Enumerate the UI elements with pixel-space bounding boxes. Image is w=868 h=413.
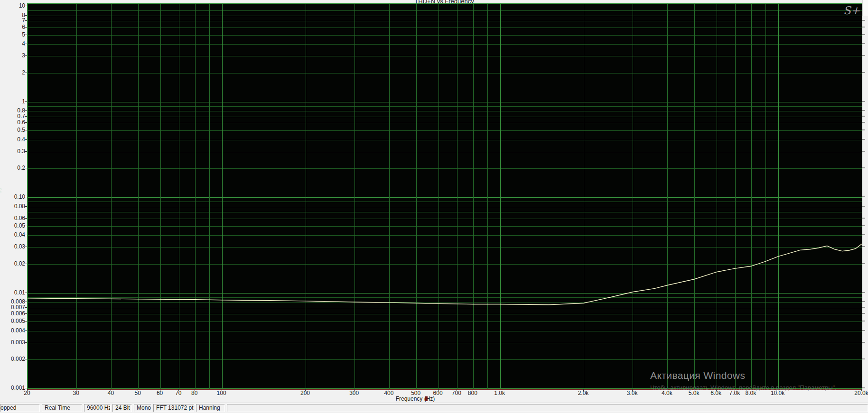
app-window: THD+N vs Frequency S+ 10876543210.80.70.… [0,0,868,413]
x-axis-title: Frequency (Hz) [389,395,441,402]
y-tick-mark-right [862,196,865,197]
axis-marker [425,396,428,401]
y-tick-label: 4 [0,40,25,47]
x-tick-mark [583,389,584,391]
y-tick-mark-right [862,246,865,247]
x-tick-label: 30 [65,390,86,396]
windows-activation-watermark-subtext: Чтобы активировать Windows, перейдите в … [650,384,868,391]
x-tick-label: 80 [184,390,205,396]
y-tick-mark [25,388,27,388]
y-tick-mark [25,197,27,197]
y-tick-mark-right [862,292,865,293]
status-cell-run-state: opped [0,404,40,412]
splus-logo: S+ [834,4,860,17]
y-tick-mark [25,293,27,293]
y-tick-mark-right [862,330,865,331]
y-tick-mark-right [862,358,865,359]
y-tick-mark [25,20,27,21]
y-tick-mark-right [862,225,865,226]
x-tick-mark [438,389,439,391]
x-tick-mark [500,389,500,391]
x-tick-label: 3.0k [622,390,643,396]
y-tick-mark [25,55,27,56]
y-tick-mark-right [862,321,865,321]
y-tick-label: 0.10 [0,193,25,200]
x-tick-mark [222,389,222,391]
y-tick-mark-right [862,151,865,152]
x-tick-label: 800 [462,390,483,396]
x-tick-label: 100 [211,390,232,396]
y-tick-mark-right [862,101,865,102]
status-cell-channels: Mono [134,404,151,412]
y-tick-mark [25,313,27,314]
y-tick-mark-right [862,218,865,219]
y-tick-label: 0.003 [0,339,25,346]
y-tick-label: 5 [0,31,25,38]
y-tick-mark [25,235,27,235]
plot-area[interactable] [27,3,862,390]
y-tick-mark-right [862,27,865,28]
y-tick-label: 0.02 [0,260,25,267]
y-tick-mark-right [862,129,865,130]
y-tick-mark [25,116,27,117]
y-tick-mark [25,247,27,247]
y-tick-mark [25,218,27,219]
x-tick-mark [632,389,633,391]
x-tick-mark [111,389,111,391]
y-tick-mark [25,264,27,264]
y-tick-mark [25,73,27,73]
y-tick-label: 3 [0,52,25,59]
x-tick-label: 60 [149,390,170,396]
x-tick-mark [457,389,457,391]
y-tick-label: 0.2 [0,165,25,171]
y-tick-label: 0.3 [0,148,25,155]
scrollbar-corner [862,0,868,16]
y-tick-mark [25,122,27,123]
y-tick-mark [25,35,27,35]
y-tick-mark-right [862,20,865,21]
y-tick-mark [25,139,27,140]
x-tick-mark [354,389,355,391]
y-tick-mark-right [862,55,865,56]
y-tick-mark-right [862,34,865,35]
y-tick-label: 0.004 [0,327,25,334]
y-tick-label: 0.005 [0,318,25,324]
y-tick-label: 7 [0,17,25,24]
x-tick-mark [27,389,28,391]
x-tick-mark [473,389,473,391]
x-tick-mark [160,389,160,391]
x-tick-label: 40 [100,390,121,396]
y-tick-label: 0.08 [0,203,25,210]
x-tick-mark [416,389,416,391]
y-tick-mark [25,27,27,28]
y-tick-mark [25,226,27,226]
x-tick-mark [138,389,138,391]
status-cell-fft-size: FFT 131072 pts [153,404,194,412]
y-tick-mark [25,6,27,6]
status-cell-bit-depth: 24 Bit [112,404,132,412]
x-tick-mark [178,389,179,391]
y-tick-label: 0.06 [0,215,25,221]
y-tick-mark [25,330,27,331]
y-tick-mark [25,321,27,321]
y-tick-mark [25,342,27,343]
y-tick-mark-right [862,313,865,314]
y-tick-label: 0.4 [0,136,25,143]
y-tick-mark-right [862,110,865,111]
x-tick-mark [389,389,389,391]
y-tick-mark [25,359,27,359]
y-tick-label: 10 [0,2,25,9]
x-tick-mark [195,389,195,391]
y-tick-mark-right [862,342,865,343]
y-tick-mark [25,151,27,152]
y-tick-mark-right [862,307,865,308]
y-tick-mark [25,44,27,44]
y-tick-mark [25,307,27,308]
x-tick-mark [76,389,76,391]
y-tick-mark-right [862,72,865,73]
y-tick-label: 0.03 [0,243,25,250]
grid-svg [28,4,862,389]
status-cell-window-fn: Hanning [196,404,225,412]
x-tick-label: 20 [17,390,37,396]
y-tick-label: 2 [0,69,25,76]
